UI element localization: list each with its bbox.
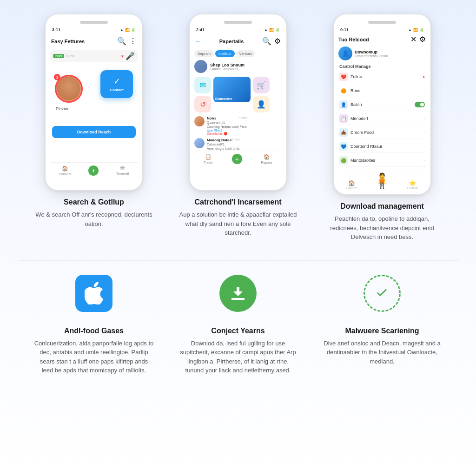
menu-item-roos[interactable]: 🟠 Roos › <box>338 85 426 97</box>
fullrto-badge: ● <box>423 75 425 79</box>
phones-row: 3:11 ▲ 📶 🔋 Easy Fettures 🔍 ⋮ Point <box>19 14 457 242</box>
mantossoltes-chevron: › <box>423 159 425 163</box>
phone3-user-sub: Coast catrochn Speam <box>355 54 388 58</box>
nav-townhall[interactable]: 🏛 Townhall <box>116 165 129 176</box>
phone2-user-name: Shep Loo Snoum <box>210 63 245 67</box>
wifi2-icon: ▲ <box>264 28 268 32</box>
phone2-title: Papertalls <box>219 39 244 44</box>
message-item-1: Noirs 4 Juns Qpanrorin#1Cantiting Nstler… <box>194 116 282 136</box>
phone1-content: 1 ✓ Contact Plezino Download Reach <box>50 66 138 159</box>
close3-icon[interactable]: ✕ <box>410 35 416 44</box>
msg1-delete[interactable]: Dimelis his 🔴 <box>207 132 247 136</box>
icons-left: ✉ ↺ <box>194 77 211 112</box>
download-button[interactable]: Download Reach <box>52 126 136 138</box>
search2-icon[interactable]: 🔍 <box>262 37 271 46</box>
nav-repose[interactable]: 🏠 Repose <box>261 154 272 164</box>
menu-icon-droom-food: 📥 <box>339 128 348 137</box>
contact-card[interactable]: ✓ Contact <box>100 70 133 98</box>
msg2-name: Manorg Batas <box>207 138 231 142</box>
phone3-section-title: Cantrol Manage <box>338 64 426 69</box>
menu-item-fullrto[interactable]: ❤️ Fullrto ● <box>338 71 426 83</box>
menu-label-doorttond: Doorttond Rtsaur <box>350 144 421 149</box>
phone3-header-icons: ✕ ⚙ <box>410 35 426 44</box>
heart-icon: ♥ <box>121 54 124 59</box>
page: 3:11 ▲ 📶 🔋 Easy Fettures 🔍 ⋮ Point <box>0 0 476 476</box>
user-name-label: Plezino <box>56 106 70 111</box>
tab-verttors[interactable]: Verttors <box>236 50 256 57</box>
menu-icon-batilin: 👤 <box>339 100 348 109</box>
nav-feativo[interactable]: ⭐ Feativo <box>407 180 418 190</box>
phone2-header: ← Papertalls 🔍 ⚙ <box>194 35 282 47</box>
bottom-feature3-desc: Dive anef onsioc and Deacn, magesit and … <box>317 339 447 366</box>
feature3-title: Download management <box>340 202 424 211</box>
menu-icon-doorttond: 💙 <box>339 142 348 151</box>
menu-icon-mantossoltes: 🟢 <box>339 156 348 165</box>
phone2-notch <box>224 21 252 24</box>
settings3-icon[interactable]: ⚙ <box>419 35 426 44</box>
tab-instltuul[interactable]: Instltuul <box>215 50 235 57</box>
phone3-status-icons: ▲ 📶 🔋 <box>408 28 424 32</box>
menu-item-mantossoltes[interactable]: 🟢 Mantossoltes › <box>338 154 426 167</box>
menu-item-doorttond[interactable]: 💙 Doorttond Rtsaur › <box>338 140 426 153</box>
bottom-feature-1: Andl-food Gases Conlcuerization, alda pa… <box>29 275 159 375</box>
thumb-label: Dwnemterr <box>215 97 232 100</box>
icon-orange[interactable]: 👤 <box>253 96 270 112</box>
connect-icon: 🏠 <box>62 165 68 172</box>
menu-item-menodert[interactable]: 📋 Menodert › <box>338 112 426 125</box>
icon-teal[interactable]: ✉ <box>194 77 211 93</box>
tab-sepram[interactable]: Sepram <box>194 50 214 57</box>
menu-item-droom-food[interactable]: 📥 Droom Food › <box>338 126 426 139</box>
phone2-user-row: Shep Loo Snoum Sandor Companies <box>194 60 282 73</box>
icon-red[interactable]: ↺ <box>194 96 211 112</box>
phone2-mockup: 2:41 ▲ 📶 🔋 ← Papertalls 🔍 ⚙ <box>189 14 287 191</box>
feature1-title: Search & Gotllup <box>64 198 124 206</box>
phone2-user-sub: Sandor Companies <box>210 67 245 71</box>
phone1-header-icons: 🔍 ⋮ <box>117 37 137 46</box>
phone2-bottom-nav: 📋 Traitor + 🏠 Repose <box>194 151 282 164</box>
nav-grunde[interactable]: 🏠 Grunde <box>346 180 357 190</box>
search-icon[interactable]: 🔍 <box>117 37 126 46</box>
phone3-container: 0:11 ▲ 📶 🔋 Tuo Relcood ✕ ⚙ 👤 <box>317 14 447 242</box>
battery3-icon: 🔋 <box>419 28 424 32</box>
feature2-title: Catrchond'l Incarsement <box>195 198 282 206</box>
signal3-icon: 📶 <box>413 28 418 32</box>
bottom-feature2-desc: Downlod da, Ised ful uglling for use sup… <box>173 339 303 375</box>
msg1-content: Noirs 4 Juns Qpanrorin#1Cantiting Nstler… <box>207 116 247 136</box>
feature2-desc: Aup a solution be intle & apaacflar expt… <box>173 210 303 238</box>
nav-connect[interactable]: 🏠 Connect <box>59 165 71 176</box>
checkmark-icon <box>364 275 401 312</box>
menu-label-droom-food: Droom Food <box>350 130 421 135</box>
notification-badge: 1 <box>54 74 60 80</box>
nav-plus2[interactable]: + <box>232 154 242 164</box>
phone1-status-icons: ▲ 📶 🔋 <box>120 28 136 32</box>
section-divider <box>19 260 457 261</box>
menodert-chevron: › <box>423 117 425 121</box>
settings2-icon[interactable]: ⚙ <box>274 37 281 46</box>
batilin-toggle[interactable] <box>415 102 425 107</box>
townhall-label: Townhall <box>116 172 129 175</box>
feativo-label: Feativo <box>407 186 418 190</box>
back-arrow-icon[interactable]: ← <box>195 38 201 45</box>
phone1-search-bar[interactable]: Point Boon... ♥ 🎤 <box>50 50 138 62</box>
phone2-status-icons: ▲ 📶 🔋 <box>264 28 280 32</box>
msg1-time: 4 Juns <box>239 116 247 120</box>
phone1-status-bar: 3:11 ▲ 📶 🔋 <box>50 27 138 32</box>
icon-purple[interactable]: 🛒 <box>253 77 270 93</box>
nav-person[interactable]: 🧍 <box>373 172 391 190</box>
phone3-avatar: 👤 <box>338 46 352 60</box>
bottom-feature1-desc: Conlcuerization, alda panporfalle log ap… <box>29 339 159 375</box>
phone3-menu-list: ❤️ Fullrto ● 🟠 Roos › 👤 Batilin <box>338 71 426 167</box>
nav-traitor[interactable]: 📋 Traitor <box>204 154 213 164</box>
menu-label-fullrto: Fullrto <box>350 74 420 79</box>
menu-label-roos: Roos <box>350 88 421 93</box>
phone1-notch <box>80 21 108 24</box>
phone1-mockup: 3:11 ▲ 📶 🔋 Easy Fettures 🔍 ⋮ Point <box>45 14 143 191</box>
phone2-header-icons: 🔍 ⚙ <box>262 37 281 46</box>
more-icon[interactable]: ⋮ <box>129 37 137 46</box>
apple-icon <box>75 275 112 312</box>
menu-item-batilin[interactable]: 👤 Batilin <box>338 99 426 111</box>
repose-label: Repose <box>261 161 272 164</box>
signal-icon: 📶 <box>125 28 130 32</box>
nav-plus[interactable]: + <box>88 165 99 176</box>
download-icon <box>219 275 257 312</box>
